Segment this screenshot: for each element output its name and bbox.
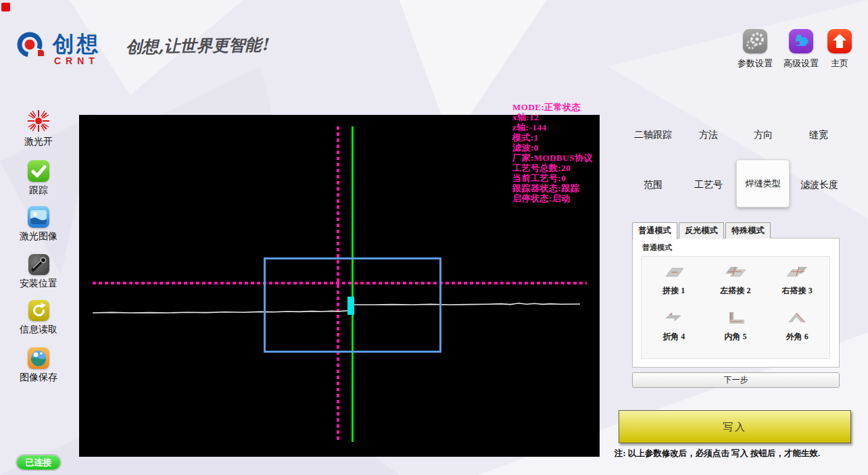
- nav-home[interactable]: 主页: [815, 29, 864, 70]
- connection-status-badge: 已连接: [17, 455, 60, 470]
- butt-joint-icon: [660, 264, 688, 281]
- sidebar-item-laser-image[interactable]: 激光图像: [11, 206, 66, 243]
- right-lap-icon: [783, 264, 811, 281]
- param-process-number[interactable]: 工艺号: [678, 179, 739, 191]
- image-save-icon: [28, 347, 49, 369]
- weld-type-right-lap[interactable]: 右搭接 3: [767, 264, 828, 309]
- overlay-line: 模式:1: [512, 132, 607, 143]
- brand-logo: [15, 30, 49, 64]
- sidebar-label: 激光开: [11, 136, 66, 148]
- nav-parameter-settings[interactable]: 参数设置: [731, 29, 779, 70]
- weld-type-label: 左搭接 2: [704, 285, 766, 297]
- weld-type-label: 外角 6: [767, 331, 828, 343]
- gear-icon: [743, 29, 767, 53]
- recording-indicator: [1, 3, 10, 11]
- laser-icon: [26, 109, 51, 133]
- mode-tab-bar: 普通模式 反光模式 特殊模式: [632, 222, 772, 239]
- overlay-line: 跟踪器状态:跟踪: [512, 183, 607, 193]
- weld-type-outside-corner[interactable]: 外角 6: [767, 309, 828, 355]
- sidebar-label: 信息读取: [11, 324, 66, 336]
- weld-type-butt-joint[interactable]: 拼接 1: [643, 264, 704, 309]
- param-method[interactable]: 方法: [678, 129, 739, 141]
- sidebar-item-info-read[interactable]: 信息读取: [11, 300, 66, 336]
- puzzle-icon: [789, 29, 813, 53]
- overlay-line: x轴:12: [512, 112, 607, 122]
- sidebar-item-tracking[interactable]: 跟踪: [11, 160, 66, 197]
- next-step-button[interactable]: 下一步: [632, 372, 840, 388]
- overlay-line: 工艺号总数:20: [512, 163, 607, 173]
- write-note: 注: 以上参数修改后，必须点击 写入 按钮后，才能生效.: [614, 448, 820, 459]
- overlay-line: 当前工艺号:0: [512, 173, 607, 183]
- status-overlay: MODE:正常状态 x轴:12 z轴:-144 模式:1 滤波:0 厂家:MOD…: [512, 102, 607, 203]
- info-read-icon: [28, 300, 49, 321]
- weld-type-bend[interactable]: 折角 4: [643, 309, 704, 355]
- overlay-line: 滤波:0: [512, 143, 607, 153]
- param-direction[interactable]: 方向: [733, 129, 794, 141]
- weld-type-label: 右搭接 3: [767, 285, 828, 297]
- tab-special-mode[interactable]: 特殊模式: [725, 222, 771, 239]
- weld-type-left-lap[interactable]: 左搭接 2: [704, 264, 766, 309]
- tab-reflective-mode[interactable]: 反光模式: [679, 222, 724, 239]
- tab-normal-mode[interactable]: 普通模式: [632, 222, 677, 239]
- param-filter-length[interactable]: 滤波长度: [789, 179, 850, 191]
- overlay-mode: MODE:正常状态: [512, 102, 607, 112]
- param-seam-width[interactable]: 缝宽: [788, 129, 849, 141]
- outside-corner-icon: [783, 309, 811, 327]
- sidebar-label: 安装位置: [11, 278, 66, 290]
- weld-type-label: 拼接 1: [643, 285, 704, 297]
- inside-corner-icon: [722, 309, 749, 327]
- weld-type-box: 拼接 1 左搭接 2 右搭接 3 折角 4 内角 5: [641, 256, 830, 359]
- overlay-line: z轴:-144: [512, 122, 607, 132]
- left-lap-icon: [722, 264, 749, 281]
- nav-label: 主页: [815, 57, 864, 70]
- param-weld-type-selected[interactable]: 焊缝类型: [736, 159, 790, 207]
- param-range[interactable]: 范围: [623, 179, 683, 191]
- nav-label: 参数设置: [731, 57, 779, 70]
- sidebar-label: 跟踪: [11, 184, 66, 197]
- seam-feature-marker: [347, 297, 354, 315]
- laser-image-icon: [28, 206, 49, 228]
- brand-slogan: 创想,让世界更智能!: [126, 34, 268, 58]
- sidebar-label: 激光图像: [11, 230, 66, 243]
- sidebar-label: 图像保存: [11, 372, 66, 384]
- home-icon: [827, 29, 852, 53]
- weld-type-inside-corner[interactable]: 内角 5: [704, 309, 766, 355]
- sidebar-item-laser-on[interactable]: 激光开: [11, 109, 66, 148]
- check-icon: [28, 160, 49, 182]
- param-label: 焊缝类型: [746, 178, 781, 190]
- weld-type-label: 折角 4: [643, 331, 704, 343]
- brand-sub: CRNT: [54, 55, 99, 66]
- group-label: 普通模式: [642, 243, 672, 253]
- write-button[interactable]: 写入: [619, 410, 851, 443]
- weld-type-label: 内角 5: [704, 331, 766, 343]
- overlay-line: 厂家:MODBUS协议: [512, 153, 607, 163]
- overlay-line: 启停状态:启动: [512, 193, 607, 203]
- param-two-axis-tracking[interactable]: 二轴跟踪: [623, 129, 683, 141]
- bend-icon: [660, 309, 688, 327]
- mount-position-icon: [28, 254, 49, 275]
- sidebar-item-image-save[interactable]: 图像保存: [11, 347, 66, 384]
- sidebar-item-mount-position[interactable]: 安装位置: [11, 254, 66, 290]
